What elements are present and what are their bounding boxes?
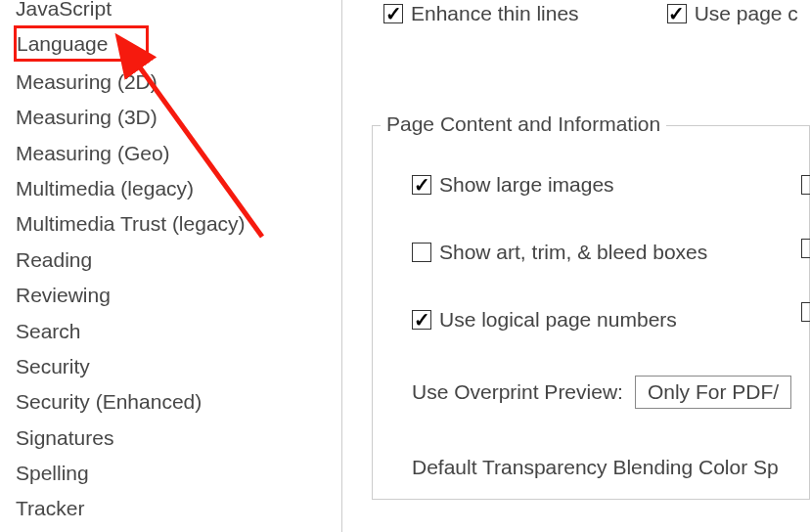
show-large-images-checkbox[interactable] (412, 175, 431, 195)
sidebar-item-security[interactable]: Security (14, 348, 341, 383)
show-art-trim-label: Show art, trim, & bleed boxes (439, 241, 707, 264)
sidebar-item-spelling[interactable]: Spelling (14, 455, 341, 490)
enhance-thin-lines-checkbox[interactable] (383, 4, 403, 23)
use-logical-page-numbers-label: Use logical page numbers (439, 308, 677, 332)
right-checkbox-3[interactable] (801, 302, 810, 322)
sidebar-item-trust-manager[interactable]: Trust Manager (14, 526, 341, 532)
preferences-categories-list: JavaScript Language Measuring (2D) Measu… (0, 0, 342, 532)
show-art-trim-checkbox[interactable] (412, 243, 431, 262)
preferences-main-panel: Enhance thin lines Use page c Page Conte… (342, 0, 810, 532)
use-page-checkbox[interactable] (667, 4, 687, 23)
sidebar-item-measuring-2d[interactable]: Measuring (2D) (14, 64, 341, 99)
transparency-blending-label: Default Transparency Blending Color Sp (412, 456, 809, 479)
sidebar-item-search[interactable]: Search (14, 313, 341, 348)
overprint-preview-select[interactable]: Only For PDF/ (635, 376, 791, 409)
right-checkbox-2[interactable] (801, 239, 810, 258)
sidebar-item-language[interactable]: Language (14, 25, 149, 61)
sidebar-item-javascript[interactable]: JavaScript (14, 0, 341, 25)
sidebar-item-multimedia-legacy[interactable]: Multimedia (legacy) (14, 170, 341, 205)
sidebar-item-multimedia-trust-legacy[interactable]: Multimedia Trust (legacy) (14, 205, 341, 241)
enhance-thin-lines-label: Enhance thin lines (411, 2, 579, 25)
sidebar-item-security-enhanced[interactable]: Security (Enhanced) (14, 383, 341, 419)
sidebar-item-signatures[interactable]: Signatures (14, 420, 341, 455)
right-checkbox-1[interactable] (801, 175, 810, 195)
sidebar-item-reading[interactable]: Reading (14, 242, 341, 277)
use-page-label: Use page c (695, 2, 798, 25)
sidebar-item-measuring-3d[interactable]: Measuring (3D) (14, 99, 341, 134)
sidebar-item-measuring-geo[interactable]: Measuring (Geo) (14, 135, 341, 170)
fieldset-legend: Page Content and Information (381, 112, 666, 136)
page-content-fieldset: Page Content and Information Show large … (372, 125, 810, 500)
show-large-images-label: Show large images (439, 173, 614, 197)
sidebar-item-tracker[interactable]: Tracker (14, 490, 341, 525)
overprint-preview-label: Use Overprint Preview: (412, 380, 623, 404)
sidebar-item-reviewing[interactable]: Reviewing (14, 277, 341, 312)
use-logical-page-numbers-checkbox[interactable] (412, 310, 431, 330)
